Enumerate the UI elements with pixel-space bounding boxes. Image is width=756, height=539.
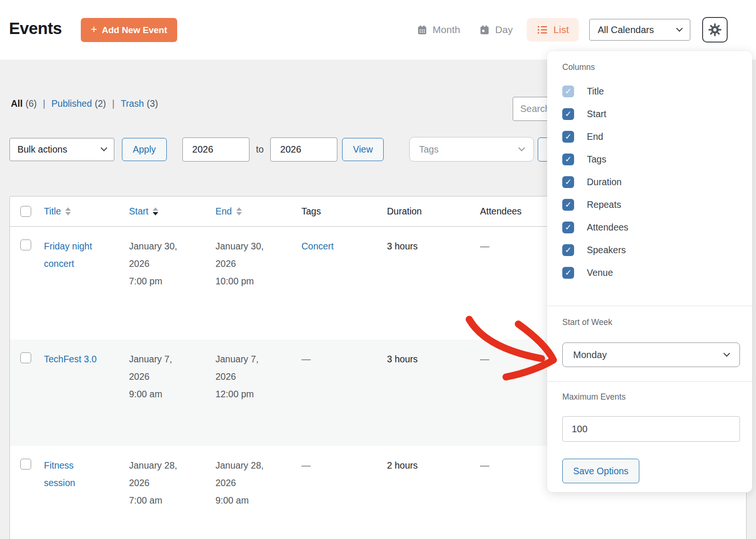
add-new-event-label: Add New Event — [102, 25, 167, 35]
checkbox-checked-icon[interactable]: ✓ — [562, 176, 574, 188]
sort-arrows-icon[interactable] — [153, 207, 158, 215]
column-option-repeats[interactable]: ✓Repeats — [562, 193, 740, 216]
event-time: 9:00 am — [129, 385, 215, 403]
event-end-cell: January 28, 20269:00 am — [215, 446, 301, 539]
row-checkbox-cell — [10, 227, 44, 340]
sort-up-icon — [236, 207, 242, 211]
list-view-button[interactable]: List — [527, 18, 579, 42]
duration-value: 2 hours — [387, 460, 418, 471]
event-title-cell: Friday night concert — [44, 227, 129, 340]
checkbox-checked-icon[interactable]: ✓ — [562, 267, 574, 279]
filter-separator: | — [112, 98, 114, 109]
filter-separator: | — [43, 98, 45, 109]
sort-down-icon — [153, 212, 158, 215]
chevron-down-icon — [518, 145, 525, 151]
column-header-end: End — [215, 206, 301, 217]
event-time: 10:00 pm — [215, 273, 301, 290]
row-checkbox[interactable] — [20, 459, 31, 470]
duration-value: 3 hours — [387, 354, 418, 364]
status-filter-links: All(6)|Published(2)|Trash(3) — [11, 98, 158, 109]
empty-value: — — [301, 354, 311, 364]
gear-icon — [708, 23, 722, 36]
sort-up-icon — [153, 207, 158, 211]
day-view-button[interactable]: Day — [473, 19, 518, 40]
to-label: to — [256, 144, 264, 155]
column-option-label: End — [587, 131, 603, 142]
checkbox-checked-icon[interactable]: ✓ — [562, 154, 574, 165]
empty-value: — — [480, 241, 490, 251]
column-option-label: Repeats — [587, 199, 621, 210]
settings-gear-button[interactable] — [702, 17, 728, 43]
column-option-title[interactable]: ✓Title — [562, 80, 740, 103]
checkbox-checked-icon[interactable]: ✓ — [562, 199, 574, 211]
column-option-label: Attendees — [587, 222, 628, 233]
column-option-label: Duration — [587, 177, 622, 188]
event-start-cell: January 28, 20267:00 am — [129, 446, 215, 539]
event-date: January 30, 2026 — [129, 238, 187, 273]
day-calendar-icon — [479, 25, 490, 35]
column-header-label[interactable]: End — [215, 206, 232, 217]
chevron-down-icon — [676, 25, 683, 32]
event-title-link[interactable]: Friday night concert — [44, 238, 97, 273]
event-tags-cell: — — [301, 340, 387, 446]
column-header-label: Duration — [387, 206, 422, 217]
sort-arrows-icon[interactable] — [236, 207, 242, 215]
panel-divider — [547, 306, 752, 306]
event-title-link[interactable]: TechFest 3.0 — [44, 351, 97, 368]
column-option-end[interactable]: ✓End — [562, 125, 740, 148]
column-options-list: ✓Title✓Start✓End✓Tags✓Duration✓Repeats✓A… — [562, 80, 740, 284]
start-of-week-select[interactable]: Monday — [562, 342, 740, 367]
add-new-event-button[interactable]: + Add New Event — [81, 18, 177, 42]
year-to-input[interactable] — [270, 137, 337, 162]
select-all-checkbox[interactable] — [20, 206, 31, 217]
event-title-link[interactable]: Fitness session — [44, 457, 97, 492]
sort-up-icon — [65, 207, 71, 211]
calendars-select[interactable]: All Calendars — [589, 19, 690, 41]
filter-link-all[interactable]: All — [11, 98, 23, 109]
filter-link-published[interactable]: Published — [52, 98, 92, 109]
apply-button[interactable]: Apply — [122, 138, 167, 161]
year-from-input[interactable] — [182, 137, 249, 162]
filter-count: (2) — [95, 98, 106, 109]
checkbox-checked-icon[interactable]: ✓ — [562, 131, 574, 143]
event-title-cell: Fitness session — [44, 446, 129, 539]
maximum-events-label: Maximum Events — [562, 392, 740, 402]
column-header-label[interactable]: Title — [44, 206, 61, 217]
event-time: 7:00 am — [129, 492, 215, 509]
sort-arrows-icon[interactable] — [65, 207, 71, 215]
filter-count: (3) — [147, 98, 158, 109]
month-view-button[interactable]: Month — [411, 19, 466, 40]
checkbox-checked-icon[interactable]: ✓ — [562, 222, 574, 233]
month-calendar-icon — [417, 25, 428, 35]
view-button[interactable]: View — [342, 138, 384, 161]
checkbox-checked-icon: ✓ — [562, 86, 574, 97]
event-duration-cell: 3 hours — [387, 227, 480, 340]
row-checkbox[interactable] — [20, 240, 31, 250]
column-option-speakers[interactable]: ✓Speakers — [562, 239, 740, 261]
checkbox-checked-icon[interactable]: ✓ — [562, 108, 574, 120]
column-option-label: Title — [587, 86, 604, 97]
tag-link[interactable]: Concert — [301, 241, 334, 251]
column-option-start[interactable]: ✓Start — [562, 103, 740, 125]
checkbox-checked-icon[interactable]: ✓ — [562, 244, 574, 256]
tags-filter-select[interactable]: Tags — [409, 137, 534, 162]
maximum-events-input[interactable] — [562, 416, 740, 442]
row-checkbox[interactable] — [20, 352, 31, 363]
columns-heading: Columns — [562, 62, 740, 72]
empty-value: — — [480, 354, 490, 364]
event-date: January 7, 2026 — [215, 351, 273, 385]
column-option-venue[interactable]: ✓Venue — [562, 261, 740, 284]
row-checkbox-cell — [10, 340, 44, 446]
event-time: 7:00 pm — [129, 273, 215, 290]
filter-link-trash[interactable]: Trash — [120, 98, 144, 109]
column-option-duration[interactable]: ✓Duration — [562, 171, 740, 193]
save-options-button[interactable]: Save Options — [562, 459, 639, 483]
event-start-cell: January 7, 20269:00 am — [129, 340, 215, 446]
tags-filter-placeholder: Tags — [419, 144, 438, 155]
column-option-tags[interactable]: ✓Tags — [562, 148, 740, 171]
column-option-attendees[interactable]: ✓Attendees — [562, 216, 740, 239]
column-header-label[interactable]: Start — [129, 206, 148, 217]
bulk-actions-select[interactable]: Bulk actions — [9, 138, 114, 161]
panel-divider — [547, 381, 752, 382]
column-header-title: Title — [44, 206, 129, 217]
